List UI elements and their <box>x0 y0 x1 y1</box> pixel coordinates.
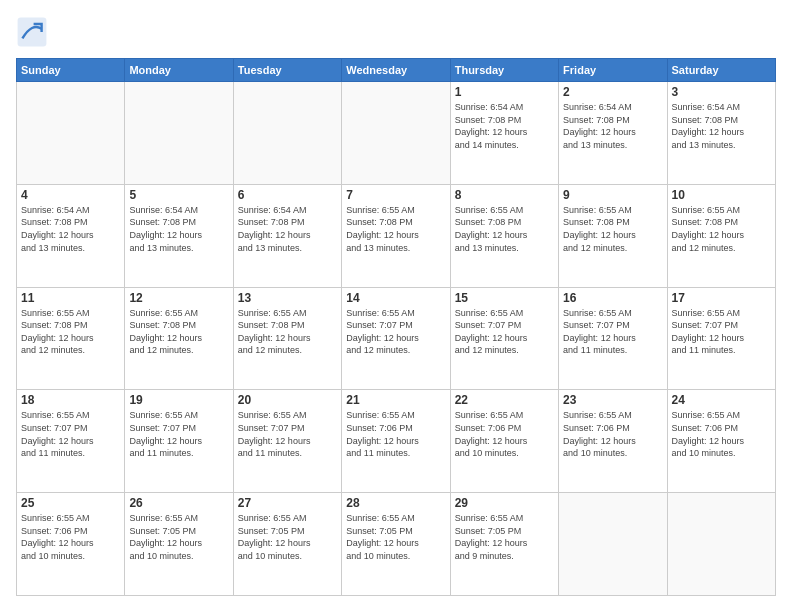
calendar-cell <box>559 493 667 596</box>
day-info: Sunrise: 6:54 AMSunset: 7:08 PMDaylight:… <box>672 101 771 151</box>
day-number: 8 <box>455 188 554 202</box>
week-row-3: 11Sunrise: 6:55 AMSunset: 7:08 PMDayligh… <box>17 287 776 390</box>
calendar-cell: 10Sunrise: 6:55 AMSunset: 7:08 PMDayligh… <box>667 184 775 287</box>
calendar: SundayMondayTuesdayWednesdayThursdayFrid… <box>16 58 776 596</box>
day-number: 1 <box>455 85 554 99</box>
day-number: 21 <box>346 393 445 407</box>
calendar-cell: 7Sunrise: 6:55 AMSunset: 7:08 PMDaylight… <box>342 184 450 287</box>
day-header-sunday: Sunday <box>17 59 125 82</box>
day-number: 3 <box>672 85 771 99</box>
calendar-cell: 24Sunrise: 6:55 AMSunset: 7:06 PMDayligh… <box>667 390 775 493</box>
calendar-cell: 2Sunrise: 6:54 AMSunset: 7:08 PMDaylight… <box>559 82 667 185</box>
day-info: Sunrise: 6:55 AMSunset: 7:08 PMDaylight:… <box>563 204 662 254</box>
calendar-cell <box>667 493 775 596</box>
header <box>16 16 776 48</box>
calendar-cell: 23Sunrise: 6:55 AMSunset: 7:06 PMDayligh… <box>559 390 667 493</box>
day-number: 28 <box>346 496 445 510</box>
days-header-row: SundayMondayTuesdayWednesdayThursdayFrid… <box>17 59 776 82</box>
day-info: Sunrise: 6:55 AMSunset: 7:08 PMDaylight:… <box>672 204 771 254</box>
calendar-cell: 27Sunrise: 6:55 AMSunset: 7:05 PMDayligh… <box>233 493 341 596</box>
calendar-cell: 4Sunrise: 6:54 AMSunset: 7:08 PMDaylight… <box>17 184 125 287</box>
day-number: 29 <box>455 496 554 510</box>
day-number: 17 <box>672 291 771 305</box>
day-number: 22 <box>455 393 554 407</box>
calendar-cell: 21Sunrise: 6:55 AMSunset: 7:06 PMDayligh… <box>342 390 450 493</box>
day-info: Sunrise: 6:55 AMSunset: 7:06 PMDaylight:… <box>346 409 445 459</box>
day-number: 15 <box>455 291 554 305</box>
day-number: 10 <box>672 188 771 202</box>
day-info: Sunrise: 6:55 AMSunset: 7:07 PMDaylight:… <box>455 307 554 357</box>
calendar-cell <box>233 82 341 185</box>
day-number: 24 <box>672 393 771 407</box>
calendar-cell <box>17 82 125 185</box>
calendar-cell: 6Sunrise: 6:54 AMSunset: 7:08 PMDaylight… <box>233 184 341 287</box>
week-row-2: 4Sunrise: 6:54 AMSunset: 7:08 PMDaylight… <box>17 184 776 287</box>
day-info: Sunrise: 6:55 AMSunset: 7:07 PMDaylight:… <box>21 409 120 459</box>
calendar-cell: 20Sunrise: 6:55 AMSunset: 7:07 PMDayligh… <box>233 390 341 493</box>
day-header-thursday: Thursday <box>450 59 558 82</box>
day-number: 12 <box>129 291 228 305</box>
day-info: Sunrise: 6:55 AMSunset: 7:06 PMDaylight:… <box>563 409 662 459</box>
day-info: Sunrise: 6:54 AMSunset: 7:08 PMDaylight:… <box>21 204 120 254</box>
calendar-cell: 17Sunrise: 6:55 AMSunset: 7:07 PMDayligh… <box>667 287 775 390</box>
calendar-cell: 1Sunrise: 6:54 AMSunset: 7:08 PMDaylight… <box>450 82 558 185</box>
calendar-cell: 26Sunrise: 6:55 AMSunset: 7:05 PMDayligh… <box>125 493 233 596</box>
day-number: 5 <box>129 188 228 202</box>
day-number: 7 <box>346 188 445 202</box>
day-info: Sunrise: 6:54 AMSunset: 7:08 PMDaylight:… <box>455 101 554 151</box>
calendar-cell: 25Sunrise: 6:55 AMSunset: 7:06 PMDayligh… <box>17 493 125 596</box>
day-info: Sunrise: 6:55 AMSunset: 7:05 PMDaylight:… <box>129 512 228 562</box>
day-header-tuesday: Tuesday <box>233 59 341 82</box>
calendar-cell: 16Sunrise: 6:55 AMSunset: 7:07 PMDayligh… <box>559 287 667 390</box>
day-info: Sunrise: 6:55 AMSunset: 7:05 PMDaylight:… <box>455 512 554 562</box>
day-info: Sunrise: 6:55 AMSunset: 7:07 PMDaylight:… <box>129 409 228 459</box>
calendar-cell: 28Sunrise: 6:55 AMSunset: 7:05 PMDayligh… <box>342 493 450 596</box>
day-info: Sunrise: 6:55 AMSunset: 7:07 PMDaylight:… <box>563 307 662 357</box>
calendar-cell: 19Sunrise: 6:55 AMSunset: 7:07 PMDayligh… <box>125 390 233 493</box>
calendar-cell: 14Sunrise: 6:55 AMSunset: 7:07 PMDayligh… <box>342 287 450 390</box>
day-info: Sunrise: 6:55 AMSunset: 7:05 PMDaylight:… <box>238 512 337 562</box>
day-header-friday: Friday <box>559 59 667 82</box>
day-info: Sunrise: 6:54 AMSunset: 7:08 PMDaylight:… <box>238 204 337 254</box>
day-info: Sunrise: 6:55 AMSunset: 7:06 PMDaylight:… <box>455 409 554 459</box>
day-info: Sunrise: 6:55 AMSunset: 7:08 PMDaylight:… <box>129 307 228 357</box>
day-number: 4 <box>21 188 120 202</box>
day-info: Sunrise: 6:54 AMSunset: 7:08 PMDaylight:… <box>563 101 662 151</box>
day-header-saturday: Saturday <box>667 59 775 82</box>
calendar-cell: 22Sunrise: 6:55 AMSunset: 7:06 PMDayligh… <box>450 390 558 493</box>
logo <box>16 16 52 48</box>
day-info: Sunrise: 6:55 AMSunset: 7:07 PMDaylight:… <box>238 409 337 459</box>
day-number: 6 <box>238 188 337 202</box>
day-number: 11 <box>21 291 120 305</box>
day-number: 25 <box>21 496 120 510</box>
day-number: 16 <box>563 291 662 305</box>
day-number: 13 <box>238 291 337 305</box>
calendar-cell <box>125 82 233 185</box>
calendar-cell <box>342 82 450 185</box>
calendar-cell: 8Sunrise: 6:55 AMSunset: 7:08 PMDaylight… <box>450 184 558 287</box>
day-info: Sunrise: 6:55 AMSunset: 7:07 PMDaylight:… <box>346 307 445 357</box>
calendar-cell: 5Sunrise: 6:54 AMSunset: 7:08 PMDaylight… <box>125 184 233 287</box>
day-info: Sunrise: 6:55 AMSunset: 7:07 PMDaylight:… <box>672 307 771 357</box>
day-number: 23 <box>563 393 662 407</box>
day-info: Sunrise: 6:55 AMSunset: 7:08 PMDaylight:… <box>455 204 554 254</box>
day-number: 18 <box>21 393 120 407</box>
day-info: Sunrise: 6:54 AMSunset: 7:08 PMDaylight:… <box>129 204 228 254</box>
calendar-cell: 3Sunrise: 6:54 AMSunset: 7:08 PMDaylight… <box>667 82 775 185</box>
week-row-1: 1Sunrise: 6:54 AMSunset: 7:08 PMDaylight… <box>17 82 776 185</box>
calendar-cell: 15Sunrise: 6:55 AMSunset: 7:07 PMDayligh… <box>450 287 558 390</box>
day-number: 27 <box>238 496 337 510</box>
day-number: 14 <box>346 291 445 305</box>
day-number: 9 <box>563 188 662 202</box>
calendar-cell: 29Sunrise: 6:55 AMSunset: 7:05 PMDayligh… <box>450 493 558 596</box>
calendar-cell: 11Sunrise: 6:55 AMSunset: 7:08 PMDayligh… <box>17 287 125 390</box>
calendar-cell: 13Sunrise: 6:55 AMSunset: 7:08 PMDayligh… <box>233 287 341 390</box>
week-row-5: 25Sunrise: 6:55 AMSunset: 7:06 PMDayligh… <box>17 493 776 596</box>
calendar-cell: 9Sunrise: 6:55 AMSunset: 7:08 PMDaylight… <box>559 184 667 287</box>
day-info: Sunrise: 6:55 AMSunset: 7:05 PMDaylight:… <box>346 512 445 562</box>
day-header-monday: Monday <box>125 59 233 82</box>
day-info: Sunrise: 6:55 AMSunset: 7:08 PMDaylight:… <box>346 204 445 254</box>
day-info: Sunrise: 6:55 AMSunset: 7:06 PMDaylight:… <box>672 409 771 459</box>
page: SundayMondayTuesdayWednesdayThursdayFrid… <box>0 0 792 612</box>
day-number: 26 <box>129 496 228 510</box>
